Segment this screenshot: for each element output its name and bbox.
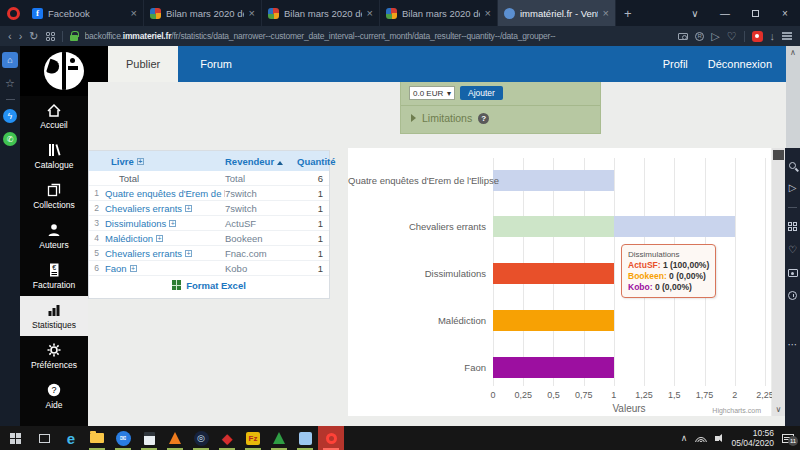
book-link[interactable]: Malédiction+ bbox=[101, 233, 225, 244]
scrollbar-up-arrow[interactable]: ∧ bbox=[786, 46, 800, 57]
tab-close-icon[interactable]: × bbox=[131, 7, 137, 19]
volume-icon[interactable] bbox=[715, 436, 719, 441]
column-header-revendeur[interactable]: Revendeur bbox=[225, 156, 297, 167]
taskbar-steam-icon[interactable]: ◎ bbox=[188, 426, 214, 450]
history-icon[interactable] bbox=[788, 291, 797, 300]
browser-tab[interactable]: Bilan mars 2020 des vente× bbox=[262, 0, 380, 26]
tab-close-icon[interactable]: × bbox=[249, 7, 255, 19]
bookmark-heart-icon[interactable]: ♡ bbox=[727, 31, 737, 42]
wifi-icon[interactable] bbox=[695, 434, 707, 442]
snapshot-icon[interactable] bbox=[678, 33, 688, 40]
bookmarks-star-icon[interactable]: ☆ bbox=[5, 77, 15, 90]
nav-deconnexion-link[interactable]: Déconnexion bbox=[700, 58, 786, 70]
nav-publier-tab[interactable]: Publier bbox=[108, 46, 178, 82]
expand-column-icon[interactable]: + bbox=[137, 158, 144, 165]
taskbar-file-explorer-icon[interactable] bbox=[84, 426, 110, 450]
window-close-button[interactable]: × bbox=[770, 0, 800, 26]
reload-icon[interactable]: ↻ bbox=[29, 31, 38, 42]
sidebar-item-statistiques[interactable]: Statistiques bbox=[20, 296, 88, 336]
column-header-livre[interactable]: Livre+ bbox=[89, 156, 225, 167]
back-icon[interactable]: ‹ bbox=[8, 31, 12, 42]
pinboards-icon[interactable] bbox=[752, 31, 763, 42]
expand-row-icon[interactable]: + bbox=[156, 235, 163, 242]
bar-segment-actusf[interactable] bbox=[493, 263, 614, 284]
taskbar-green-app-icon[interactable] bbox=[266, 426, 292, 450]
pinboards-icon[interactable] bbox=[788, 269, 798, 277]
bar-segment-7switch[interactable] bbox=[614, 216, 735, 237]
browser-tab[interactable]: fFacebook× bbox=[26, 0, 144, 26]
browser-tab[interactable]: immatériel.fr - Ventes du m× bbox=[498, 0, 616, 26]
bar-segment-7switch[interactable] bbox=[493, 170, 614, 191]
book-link[interactable]: Chevaliers errants+ bbox=[101, 203, 225, 214]
help-icon[interactable]: ? bbox=[478, 113, 489, 124]
book-link[interactable]: Faon+ bbox=[101, 263, 225, 274]
content-scrollbar[interactable]: ∨ bbox=[772, 148, 785, 416]
sidebar-item-collections[interactable]: Collections bbox=[20, 176, 88, 216]
expand-row-icon[interactable]: + bbox=[130, 265, 137, 272]
taskbar-mail-icon[interactable]: ✉ bbox=[110, 426, 136, 450]
sidebar-item-auteurs[interactable]: Auteurs bbox=[20, 216, 88, 256]
scrollbar-thumb[interactable] bbox=[773, 150, 784, 160]
sidebar-item-facturation[interactable]: €Facturation bbox=[20, 256, 88, 296]
taskbar-filezilla-icon[interactable]: Fz bbox=[240, 426, 266, 450]
send-to-flow-icon[interactable]: ▷ bbox=[711, 31, 719, 42]
sidebar-item-accueil[interactable]: Accueil bbox=[20, 96, 88, 136]
tab-close-icon[interactable]: × bbox=[367, 7, 373, 19]
tab-close-icon[interactable]: × bbox=[485, 7, 491, 19]
limitations-label[interactable]: Limitations bbox=[422, 112, 472, 124]
start-button[interactable] bbox=[0, 426, 30, 450]
taskbar-opera-icon[interactable] bbox=[318, 426, 344, 450]
forward-icon[interactable]: › bbox=[19, 31, 23, 42]
new-tab-button[interactable]: + bbox=[616, 6, 640, 21]
bar-segment-bookeen[interactable] bbox=[493, 310, 614, 331]
book-link[interactable]: Quatre enquêtes d'Erem de l'Ellipse+ bbox=[101, 188, 225, 199]
url-input[interactable]: backoffice.immateriel.fr/fr/statistics/d… bbox=[85, 31, 672, 41]
notification-center-icon[interactable]: 11 bbox=[782, 434, 794, 443]
taskbar-vlc-icon[interactable] bbox=[162, 426, 188, 450]
opera-menu-button[interactable] bbox=[0, 0, 26, 26]
download-icon[interactable]: ↓ bbox=[770, 31, 776, 42]
scrollbar-down-arrow[interactable]: ∨ bbox=[772, 405, 785, 414]
window-minimize-button[interactable]: — bbox=[710, 0, 740, 26]
speed-dial-icon[interactable]: ⌂ bbox=[2, 52, 18, 68]
book-link[interactable]: Chevaliers errants+ bbox=[101, 248, 225, 259]
whatsapp-icon[interactable]: ✆ bbox=[3, 132, 17, 146]
search-icon[interactable] bbox=[789, 162, 796, 169]
reader-icon[interactable]: R bbox=[695, 32, 704, 41]
messenger-icon[interactable]: ϟ bbox=[3, 109, 17, 123]
taskbar-calculator-icon[interactable] bbox=[136, 426, 162, 450]
taskbar-clock[interactable]: 10:56 05/04/2020 bbox=[731, 428, 774, 448]
window-maximize-button[interactable] bbox=[740, 0, 770, 26]
expand-row-icon[interactable]: + bbox=[185, 205, 192, 212]
expand-row-icon[interactable]: + bbox=[169, 220, 176, 227]
browser-tab[interactable]: Bilan mars 2020 des vente× bbox=[380, 0, 498, 26]
column-header-quantite[interactable]: Quantité bbox=[297, 156, 329, 167]
taskbar-blue-app-icon[interactable] bbox=[292, 426, 318, 450]
ajouter-button[interactable]: Ajouter bbox=[460, 86, 503, 100]
chart-credits[interactable]: Highcharts.com bbox=[712, 407, 761, 414]
bar-segment-kobo[interactable] bbox=[493, 357, 614, 378]
expand-arrow-icon[interactable] bbox=[411, 114, 416, 122]
task-view-button[interactable] bbox=[30, 426, 58, 450]
browser-tab[interactable]: Bilan mars 2020 des vente× bbox=[144, 0, 262, 26]
speed-dial-icon[interactable] bbox=[46, 32, 55, 41]
format-excel-link[interactable]: Format Excel bbox=[186, 280, 246, 291]
expand-row-icon[interactable]: + bbox=[185, 250, 192, 257]
nav-forum-link[interactable]: Forum bbox=[178, 58, 254, 70]
speed-dial-icon[interactable] bbox=[788, 222, 797, 231]
bar-segment-fnaccom[interactable] bbox=[493, 216, 614, 237]
sidebar-item-preferences[interactable]: Préférences bbox=[20, 336, 88, 376]
tab-close-icon[interactable]: × bbox=[603, 7, 609, 19]
taskbar-edge-icon[interactable]: e bbox=[58, 426, 84, 450]
browser-scrollbar[interactable]: ∧ bbox=[786, 46, 800, 148]
bookmarks-heart-icon[interactable]: ♡ bbox=[788, 245, 797, 255]
lock-icon[interactable] bbox=[70, 35, 78, 41]
taskbar-red-app-icon[interactable]: ◆ bbox=[214, 426, 240, 450]
sidebar-item-aide[interactable]: ?Aide bbox=[20, 376, 88, 416]
book-link[interactable]: Dissimulations+ bbox=[101, 218, 225, 229]
tab-search-icon[interactable]: ∨ bbox=[680, 0, 710, 26]
sidebar-item-catalogue[interactable]: Catalogue bbox=[20, 136, 88, 176]
my-flow-icon[interactable]: ▷ bbox=[789, 183, 797, 193]
more-icon[interactable]: ⋯ bbox=[788, 340, 798, 350]
nav-profil-link[interactable]: Profil bbox=[651, 58, 700, 70]
